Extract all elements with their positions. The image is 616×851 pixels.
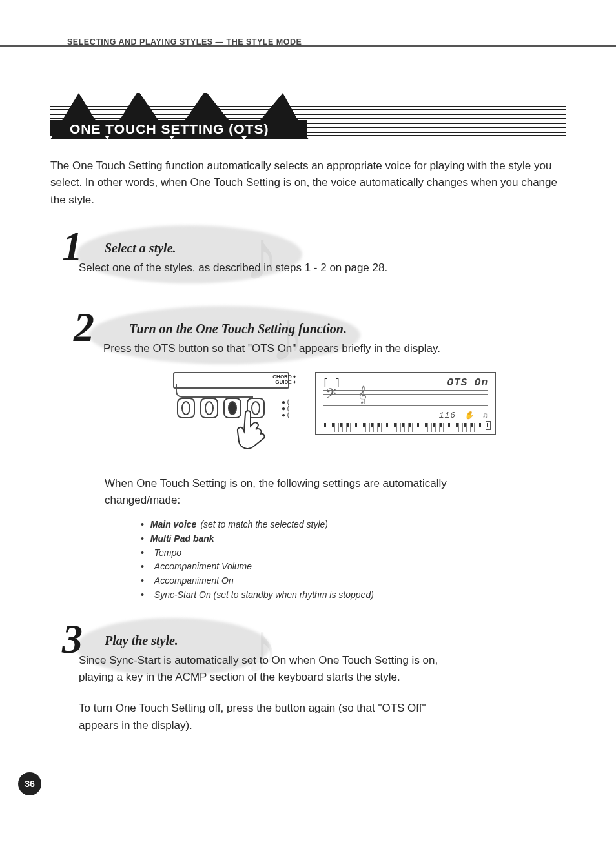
list-item: • Multi Pad bank — [141, 532, 566, 546]
list-item: • Main voice (set to match the selected … — [141, 518, 566, 532]
pointing-hand-icon — [234, 408, 272, 453]
manual-page: SELECTING AND PLAYING STYLES — THE STYLE… — [0, 0, 616, 851]
bullet-rest: Accompaniment On — [154, 574, 234, 588]
settings-bullet-list: • Main voice (set to match the selected … — [141, 518, 566, 602]
eighth-note-icon: ♪ — [270, 296, 305, 378]
list-item: • Sync-Start On (set to standby when rhy… — [141, 588, 566, 602]
bullet-strong: Main voice — [150, 518, 197, 532]
panel-label-line2: GUIDE — [275, 379, 291, 385]
step-title: Select a style. — [105, 234, 566, 256]
list-item: • Accompaniment On — [141, 574, 566, 588]
step-3: ♪ 3 Play the style. Since Sync-Start is … — [50, 627, 566, 734]
step-title: Play the style. — [105, 627, 566, 648]
bass-clef-icon: 𝄢 — [325, 386, 336, 405]
battery-icon — [486, 421, 491, 430]
lcd-status-text: OTS On — [447, 377, 488, 389]
panel-button — [177, 398, 195, 418]
panel-illustration: CHORD ♦ GUIDE ♦ ● (● (● ( — [173, 372, 296, 456]
bullet-rest: Tempo — [154, 546, 181, 560]
step-body-secondary: To turn One Touch Setting off, press the… — [79, 700, 440, 734]
section-banner: ONE TOUCH SETTING (OTS) — [50, 103, 566, 139]
step-body: Since Sync-Start is automatically set to… — [79, 652, 440, 686]
step-1: ♪ 1 Select a style. Select one of the st… — [50, 234, 566, 276]
step-2-followup: When One Touch Setting is on, the follow… — [105, 475, 466, 509]
bullet-strong: Multi Pad bank — [150, 532, 214, 546]
bullet-rest: Accompaniment Volume — [154, 560, 252, 574]
treble-clef-icon: 𝄞 — [358, 386, 367, 404]
list-item: • Accompaniment Volume — [141, 560, 566, 574]
panel-button — [200, 398, 218, 418]
eighth-note-icon: ♪ — [244, 215, 280, 297]
illustration-row: CHORD ♦ GUIDE ♦ ● (● (● ( [ ] — [173, 372, 566, 456]
step-body: Select one of the styles, as described i… — [79, 260, 440, 276]
step-body: Press the OTS button so that "OTS On" ap… — [103, 340, 465, 357]
lcd-staff-lines: 𝄢 𝄞 — [323, 390, 488, 409]
lcd-tempo-row: 116 ✋ ♫ — [323, 411, 488, 420]
hand-icon: ✋ — [464, 411, 475, 420]
bullet-rest: (set to match the selected style) — [200, 518, 328, 532]
page-number: 36 — [18, 772, 41, 795]
section-intro: The One Touch Setting function automatic… — [50, 158, 566, 209]
lcd-display: [ ] OTS On 𝄢 𝄞 116 ✋ ♫ — [315, 372, 496, 435]
header-breadcrumb: SELECTING AND PLAYING STYLES — THE STYLE… — [67, 37, 302, 46]
lcd-keyboard-icon — [323, 423, 488, 432]
panel-wire — [176, 384, 253, 398]
bullet-rest: Sync-Start On (set to standby when rhyth… — [154, 588, 374, 602]
section-title: ONE TOUCH SETTING (OTS) — [70, 121, 269, 137]
lcd-tempo-value: 116 — [439, 411, 456, 420]
step-number: 2 — [74, 303, 94, 351]
step-title: Turn on the One Touch Setting function. — [129, 315, 566, 336]
panel-indicator-dots: ● (● (● ( — [282, 399, 289, 418]
list-item: • Tempo — [141, 546, 566, 560]
step-2: ♪ 2 Turn on the One Touch Setting functi… — [50, 315, 566, 602]
note-icon: ♫ — [483, 411, 488, 420]
